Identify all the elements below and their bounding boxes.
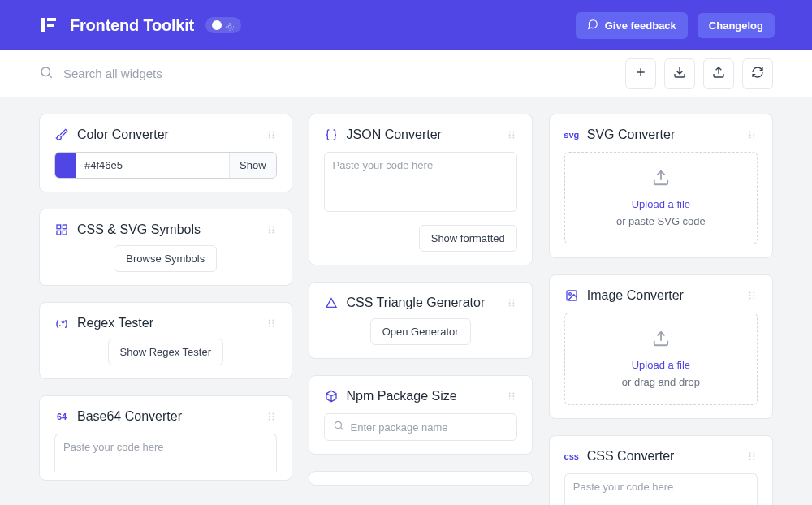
upload-link[interactable]: Upload a file <box>632 359 690 371</box>
show-formatted-button[interactable]: Show formatted <box>419 225 517 252</box>
svg-point-53 <box>753 132 754 133</box>
browse-symbols-button[interactable]: Browse Symbols <box>114 245 217 272</box>
svg-point-32 <box>272 419 274 421</box>
drag-handle-icon[interactable] <box>746 129 758 140</box>
drag-handle-icon[interactable] <box>506 129 517 140</box>
column-3: svg SVG Converter Upload a file or paste… <box>549 114 773 505</box>
card-title: CSS Converter <box>587 449 738 464</box>
sun-icon <box>225 20 235 30</box>
color-swatch[interactable] <box>55 153 76 178</box>
svg-point-50 <box>512 399 514 400</box>
widget-css-converter: css CSS Converter <box>549 435 773 505</box>
refresh-icon <box>751 66 764 81</box>
drag-handle-icon[interactable] <box>266 317 277 329</box>
svg-point-71 <box>753 459 754 460</box>
svg-rect-13 <box>57 231 61 235</box>
show-button[interactable]: Show <box>229 153 276 178</box>
svg-point-40 <box>512 300 514 301</box>
svg-point-46 <box>512 393 514 395</box>
base64-input[interactable] <box>54 434 277 472</box>
svg-point-10 <box>272 137 274 139</box>
feedback-button[interactable]: Give feedback <box>576 12 688 39</box>
svg-point-64 <box>749 298 751 300</box>
svg-point-56 <box>749 137 751 139</box>
svg-point-31 <box>268 419 270 421</box>
svg-point-44 <box>512 305 514 307</box>
svg-point-65 <box>753 298 754 300</box>
export-button[interactable] <box>703 58 734 89</box>
grid-icon <box>54 222 69 237</box>
css-input[interactable] <box>564 473 758 505</box>
npm-input[interactable] <box>351 421 508 434</box>
widget-npm-size: Npm Package Size <box>309 375 533 455</box>
svg-point-21 <box>268 320 270 322</box>
json-input[interactable] <box>324 152 517 212</box>
search-wrap <box>39 65 625 83</box>
svg-point-30 <box>272 416 274 417</box>
upload-link[interactable]: Upload a file <box>632 198 690 210</box>
svg-point-57 <box>753 137 754 139</box>
svg-point-47 <box>508 395 510 397</box>
moon-icon <box>212 20 222 30</box>
svg-rect-2 <box>47 24 54 27</box>
svg-point-68 <box>749 455 751 457</box>
svg-dropzone[interactable]: Upload a file or paste SVG code <box>564 152 758 244</box>
base64-icon: 64 <box>54 409 69 424</box>
reset-button[interactable] <box>742 58 773 89</box>
triangle-icon <box>324 296 339 310</box>
drag-handle-icon[interactable] <box>746 451 758 462</box>
card-title: Color Converter <box>77 127 257 142</box>
widget-color-converter: Color Converter Show <box>39 114 292 192</box>
svg-point-41 <box>508 302 510 304</box>
svg-point-24 <box>272 322 274 324</box>
upload-subtext: or drag and drop <box>622 376 700 388</box>
svg-point-7 <box>268 134 270 136</box>
import-button[interactable] <box>664 58 695 89</box>
svg-point-52 <box>749 132 751 133</box>
open-generator-button[interactable]: Open Generator <box>370 318 471 345</box>
svg-point-66 <box>749 453 751 455</box>
theme-toggle[interactable] <box>205 17 241 33</box>
color-input[interactable] <box>76 153 229 178</box>
show-regex-button[interactable]: Show Regex Tester <box>108 339 224 365</box>
card-title: SVG Converter <box>587 127 738 142</box>
card-title: Image Converter <box>587 288 738 303</box>
plus-icon <box>634 66 647 81</box>
upload-icon <box>652 169 670 193</box>
widget-json-converter: JSON Converter Show formatted <box>309 114 533 265</box>
column-2: JSON Converter Show formatted CSS Triang… <box>309 114 533 486</box>
logo-icon <box>39 15 58 35</box>
drag-handle-icon[interactable] <box>746 290 758 301</box>
brush-icon <box>54 127 69 142</box>
widget-regex-tester: (.*) Regex Tester Show Regex Tester <box>39 302 292 379</box>
svg-point-70 <box>749 459 751 460</box>
svg-rect-14 <box>63 231 67 235</box>
svg-point-60 <box>749 292 751 294</box>
package-icon <box>324 389 339 404</box>
widget-css-triangle: CSS Triangle Generator Open Generator <box>309 282 533 359</box>
changelog-button[interactable]: Changelog <box>698 13 775 38</box>
card-title: Base64 Converter <box>77 409 257 424</box>
svg-rect-12 <box>63 225 67 229</box>
drag-handle-icon[interactable] <box>506 297 517 309</box>
drag-handle-icon[interactable] <box>266 129 277 140</box>
svg-point-28 <box>272 413 274 415</box>
svg-point-33 <box>508 132 510 133</box>
logo[interactable]: Frontend Toolkit <box>39 15 194 35</box>
svg-point-61 <box>753 292 754 294</box>
image-dropzone[interactable]: Upload a file or drag and drop <box>564 313 758 405</box>
svg-point-43 <box>508 305 510 307</box>
svg-rect-0 <box>41 18 45 32</box>
drag-handle-icon[interactable] <box>506 391 517 402</box>
svg-point-35 <box>508 134 510 136</box>
widget-partial <box>309 471 533 486</box>
svg-point-62 <box>749 295 751 296</box>
svg-point-39 <box>508 300 510 301</box>
add-button[interactable] <box>625 58 656 89</box>
drag-handle-icon[interactable] <box>266 411 277 422</box>
search-input[interactable] <box>63 67 307 80</box>
drag-handle-icon[interactable] <box>266 224 277 235</box>
svg-point-45 <box>508 393 510 395</box>
svg-point-18 <box>272 229 274 231</box>
card-title: CSS Triangle Generator <box>347 296 498 310</box>
